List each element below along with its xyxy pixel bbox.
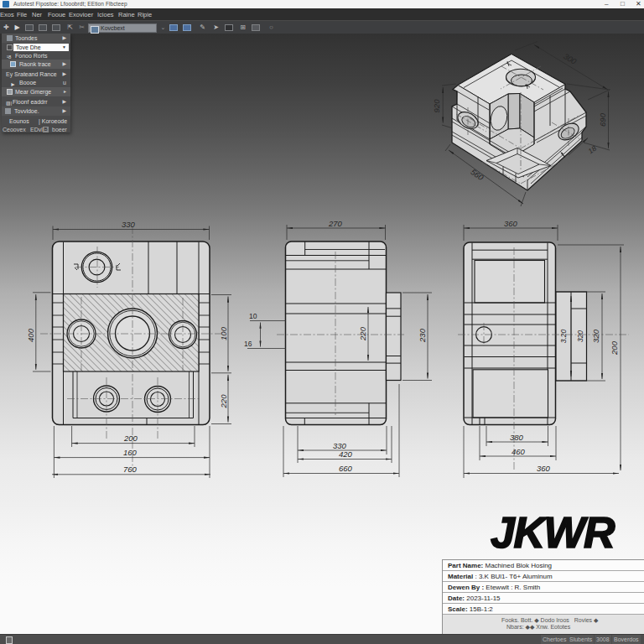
- svg-text:330: 330: [122, 220, 136, 229]
- svg-text:690: 690: [598, 112, 607, 127]
- svg-text:320: 320: [576, 330, 584, 342]
- svg-text:360: 360: [537, 464, 551, 473]
- svg-text:10: 10: [249, 312, 257, 320]
- svg-text:330: 330: [333, 441, 347, 450]
- svg-text:380: 380: [510, 433, 524, 442]
- svg-text:920: 920: [432, 99, 441, 113]
- svg-text:3.20: 3.20: [559, 329, 568, 343]
- svg-text:760: 760: [123, 465, 138, 474]
- svg-text:400: 400: [26, 328, 35, 342]
- svg-text:270: 270: [328, 219, 343, 228]
- svg-text:660: 660: [339, 464, 353, 473]
- svg-text:420: 420: [339, 449, 353, 459]
- svg-text:560: 560: [469, 167, 486, 183]
- svg-text:320: 320: [591, 329, 600, 343]
- svg-text:360: 360: [504, 219, 518, 228]
- svg-text:18: 18: [587, 144, 599, 156]
- svg-text:16: 16: [244, 340, 252, 348]
- svg-text:220: 220: [219, 394, 228, 409]
- svg-text:160: 160: [123, 448, 138, 457]
- svg-text:300: 300: [562, 51, 579, 66]
- svg-text:220: 220: [358, 326, 367, 341]
- svg-text:200: 200: [610, 340, 619, 356]
- svg-text:230: 230: [418, 328, 427, 343]
- svg-text:460: 460: [512, 447, 526, 456]
- svg-text:100: 100: [219, 326, 228, 340]
- svg-text:200: 200: [123, 434, 138, 443]
